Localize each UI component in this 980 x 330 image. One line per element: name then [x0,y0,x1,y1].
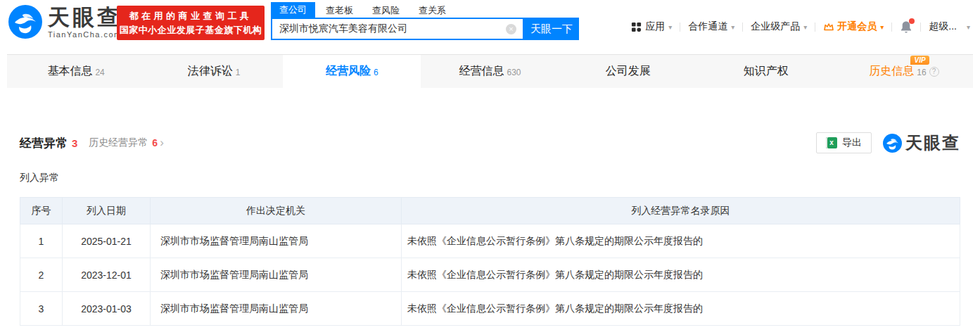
search-tab-risk[interactable]: 查风险 [372,4,400,18]
tab-intellectual-property[interactable]: 知识产权 [697,55,835,88]
col-header-authority: 作出决定机关 [151,198,402,224]
export-button[interactable]: x 导出 [816,132,872,153]
tab-label: 历史信息 [869,64,914,79]
history-link-count: 6 [152,137,158,148]
tab-label: 经营信息 [459,64,504,79]
nav-divider [742,23,743,32]
tianyancha-page: 天眼查 TianYanCha.com 都在用的商业查询工具 国家中小企业发展子基… [0,0,980,326]
tab-business-info[interactable]: 经营信息 630 [421,55,559,88]
nav-divider [920,23,921,32]
tianyancha-swirl-icon [883,134,902,153]
promo-banner-line1: 都在用的商业查询工具 [117,9,265,23]
watermark-text: 天眼查 [905,132,960,154]
nav-label-partner: 合作通道 [688,20,727,33]
section-header: 经营异常 3 历史经营异常 6 › x 导出 [20,132,960,154]
table-row: 3 2023-01-03 深圳市市场监督管理局南山监管局 未依照《企业信息公示暂… [20,292,960,326]
caret-down-icon: ▾ [967,23,970,31]
tab-inner: 知识产权 [744,64,789,79]
tab-label: 知识产权 [744,64,789,79]
tab-inner: 基本信息 24 [47,64,104,79]
search-row: × 天眼一下 [271,18,579,40]
nav-label-account: 超级... [929,20,957,33]
company-tab-bar: 基本信息 24 法律诉讼 1 经营风险 6 经营信息 630 公司发展 [7,54,973,88]
nav-divider [891,23,892,32]
table-row: 1 2025-01-21 深圳市市场监督管理局南山监管局 未依照《企业信息公示暂… [20,224,960,258]
search-button[interactable]: 天眼一下 [524,18,579,40]
promo-banner-line2: 国家中小企业发展子基金旗下机构 [117,23,265,37]
help-icon[interactable]: ? [929,67,939,77]
tab-business-risk[interactable]: 经营风险 6 [283,55,421,88]
tab-label: 公司发展 [606,64,651,79]
cell-reason: 未依照《企业信息公示暂行条例》第八条规定的期限公示年度报告的 [402,292,960,326]
cell-index: 2 [20,258,63,292]
cell-date: 2023-01-03 [63,292,151,326]
watermark-logo: 天眼查 [883,132,960,154]
search-tab-boss[interactable]: 查老板 [326,4,353,18]
cell-authority: 深圳市市场监督管理局南山监管局 [151,224,402,258]
cell-date: 2025-01-21 [63,224,151,258]
tab-count: 6 [374,68,378,77]
tab-label: 法律诉讼 [188,64,233,79]
nav-item-apps[interactable]: 应用 ▾ [631,20,672,33]
crown-icon [823,21,834,32]
tab-count: 630 [507,68,521,77]
section-actions: x 导出 天眼查 [816,132,960,154]
chevron-right-icon: › [160,138,164,148]
tab-company-development[interactable]: 公司发展 [559,55,697,88]
nav-divider [815,23,815,32]
notification-dot [909,18,915,24]
brand-logo[interactable]: 天眼查 TianYanCha.com [8,5,122,39]
col-header-reason: 列入经营异常名录原因 [402,198,960,224]
top-header: 天眼查 TianYanCha.com 都在用的商业查询工具 国家中小企业发展子基… [0,0,980,54]
search-input-wrap: × [271,18,524,40]
excel-icon: x [826,137,837,148]
tab-inner: VIP 历史信息 16 ? [869,64,938,79]
cell-authority: 深圳市市场监督管理局南山监管局 [151,292,402,326]
caret-down-icon: ▾ [803,23,807,31]
cell-index: 1 [20,224,63,258]
tab-inner: 经营风险 6 [326,64,378,79]
export-label: 导出 [842,137,862,149]
tab-inner: 公司发展 [606,64,651,79]
section-count: 3 [72,137,77,149]
section-title-group: 经营异常 3 历史经营异常 6 › [20,135,164,151]
nav-item-account[interactable]: 超级... ▾ [929,20,970,33]
section-title: 经营异常 [20,135,68,151]
subsection-title: 列入异常 [20,172,960,184]
tab-count: 1 [236,68,241,77]
main-content: 经营异常 3 历史经营异常 6 › x 导出 [0,132,980,326]
history-link-label: 历史经营异常 [89,137,148,149]
tab-label: 基本信息 [47,64,92,79]
search-input[interactable] [272,19,523,39]
table-header-row: 序号 列入日期 作出决定机关 列入经营异常名录原因 [20,198,960,224]
search-tab-relation[interactable]: 查关系 [419,4,446,18]
clear-icon[interactable]: × [506,24,516,34]
tab-legal-proceedings[interactable]: 法律诉讼 1 [145,55,283,88]
brand-domain: TianYanCha.com [48,30,122,39]
nav-label-enterprise: 企业级产品 [751,20,800,33]
caret-down-icon: ▾ [880,23,884,31]
tab-history-info[interactable]: VIP 历史信息 16 ? [835,55,973,88]
tab-inner: 经营信息 630 [459,64,521,79]
nav-item-vip[interactable]: 开通会员 ▾ [823,20,884,33]
notification-bell[interactable] [900,20,912,34]
tab-basic-info[interactable]: 基本信息 24 [7,55,145,88]
history-abnormal-link[interactable]: 历史经营异常 6 › [89,137,163,149]
vip-badge: VIP [910,56,929,65]
search-tab-company[interactable]: 查公司 [271,2,315,18]
caret-down-icon: ▾ [731,23,734,31]
nav-item-partner[interactable]: 合作通道 ▾ [688,20,734,33]
brand-text: 天眼查 TianYanCha.com [48,6,122,39]
cell-authority: 深圳市市场监督管理局南山监管局 [151,258,402,292]
nav-item-enterprise[interactable]: 企业级产品 ▾ [751,20,807,33]
abnormal-operations-table: 序号 列入日期 作出决定机关 列入经营异常名录原因 1 2025-01-21 深… [20,197,960,326]
apps-grid-icon [631,22,642,32]
brand-name: 天眼查 [48,6,122,30]
search-tabs: 查公司 查老板 查风险 查关系 [271,2,579,18]
nav-divider [680,23,680,32]
promo-banner: 都在用的商业查询工具 国家中小企业发展子基金旗下机构 [117,6,265,40]
tab-count: 16 [917,68,926,77]
cell-index: 3 [20,292,63,326]
tab-label: 经营风险 [326,64,371,79]
tab-count: 24 [95,68,104,77]
